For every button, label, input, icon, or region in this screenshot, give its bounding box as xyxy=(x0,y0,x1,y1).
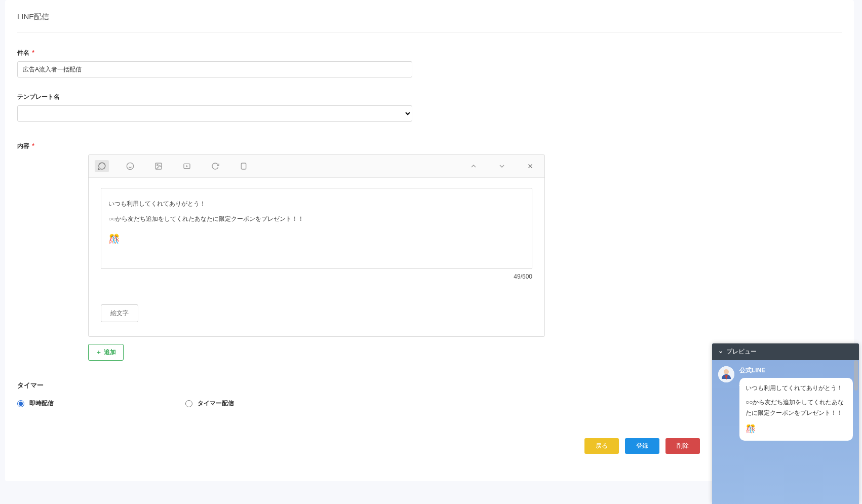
preview-bubble-line-1: いつも利用してくれてありがとう！ xyxy=(746,383,847,393)
timer-radio-scheduled[interactable]: タイマー配信 xyxy=(185,399,234,408)
svg-point-4 xyxy=(157,165,159,166)
close-icon[interactable] xyxy=(523,160,537,172)
preview-title: プレビュー xyxy=(726,347,757,356)
message-emoji: 🎊 xyxy=(108,230,525,248)
svg-point-0 xyxy=(127,163,133,169)
subject-label-text: 件名 xyxy=(17,49,29,56)
toolbar-right xyxy=(466,160,537,172)
subject-label: 件名 * xyxy=(17,49,842,57)
chevron-up-icon[interactable] xyxy=(466,160,481,172)
text-message-icon[interactable] xyxy=(95,160,109,172)
timer-radio-immediate-label: 即時配信 xyxy=(29,399,54,408)
editor-toolbar xyxy=(89,155,544,177)
preview-sender-col: 公式LINE いつも利用してくれてありがとう！ ○○から友だち追加をしてくれたあ… xyxy=(739,366,853,441)
preview-bubble: いつも利用してくれてありがとう！ ○○から友だち追加をしてくれたあなたに限定クー… xyxy=(739,378,853,441)
preview-message-row: 公式LINE いつも利用してくれてありがとう！ ○○から友だち追加をしてくれたあ… xyxy=(718,366,853,441)
svg-point-11 xyxy=(724,369,729,374)
register-button[interactable]: 登録 xyxy=(625,438,659,454)
back-button[interactable]: 戻る xyxy=(584,438,619,454)
preview-body: 公式LINE いつも利用してくれてありがとう！ ○○から友だち追加をしてくれたあ… xyxy=(712,360,859,504)
char-count: 49/500 xyxy=(101,273,532,280)
avatar xyxy=(718,366,734,382)
timer-radio-scheduled-input[interactable] xyxy=(185,400,192,407)
content-required-mark: * xyxy=(32,142,34,149)
add-button-label: 追加 xyxy=(104,348,116,357)
preview-header[interactable]: プレビュー xyxy=(712,343,859,360)
editor-card: いつも利用してくれてありがとう！ ○○から友だち追加をしてくれたあなたに限定クー… xyxy=(88,154,545,337)
preview-bubble-line-2: ○○から友だち追加をしてくれたあなたに限定クーポンをプレゼント！！ xyxy=(746,397,847,418)
timer-radio-immediate[interactable]: 即時配信 xyxy=(17,399,54,408)
card-icon[interactable] xyxy=(237,160,251,172)
message-line-1: いつも利用してくれてありがとう！ xyxy=(108,198,525,210)
plus-icon: ＋ xyxy=(96,348,102,357)
message-line-2: ○○から友だち追加をしてくれたあなたに限定クーポンをプレゼント！！ xyxy=(108,213,525,225)
divider xyxy=(17,32,842,32)
toolbar-left xyxy=(95,160,251,172)
subject-input[interactable] xyxy=(17,61,412,77)
preview-bubble-emoji: 🎊 xyxy=(746,424,756,433)
editor-body: いつも利用してくれてありがとう！ ○○から友だち追加をしてくれたあなたに限定クー… xyxy=(89,177,544,336)
content-row: 内容 * xyxy=(17,142,842,361)
content-label: 内容 * xyxy=(17,142,842,150)
subject-row: 件名 * xyxy=(17,49,842,77)
template-select[interactable] xyxy=(17,105,412,122)
template-row: テンプレート名 xyxy=(17,93,842,122)
content-label-text: 内容 xyxy=(17,142,29,149)
preview-sender-name: 公式LINE xyxy=(739,366,853,375)
page-title: LINE配信 xyxy=(17,12,842,22)
subject-required-mark: * xyxy=(32,49,34,56)
timer-radio-immediate-input[interactable] xyxy=(17,400,24,407)
svg-marker-6 xyxy=(186,165,188,167)
content-block-wrap: いつも利用してくれてありがとう！ ○○から友だち追加をしてくれたあなたに限定クー… xyxy=(88,154,842,337)
reload-icon[interactable] xyxy=(208,160,222,172)
message-textarea[interactable]: いつも利用してくれてありがとう！ ○○から友だち追加をしてくれたあなたに限定クー… xyxy=(101,188,532,269)
add-button[interactable]: ＋ 追加 xyxy=(88,344,124,361)
svg-rect-7 xyxy=(241,163,246,169)
delete-button[interactable]: 削除 xyxy=(665,438,700,454)
video-icon[interactable] xyxy=(180,160,194,172)
template-label: テンプレート名 xyxy=(17,93,842,101)
preview-panel: プレビュー 公式LINE いつも利用してくれてありがとう！ ○○から友だち追加を… xyxy=(712,343,859,504)
chevron-down-icon xyxy=(718,350,723,355)
chevron-down-icon[interactable] xyxy=(495,160,509,172)
preview-scrollbar[interactable] xyxy=(854,360,858,391)
emoji-button[interactable]: 絵文字 xyxy=(101,304,138,322)
timer-radio-scheduled-label: タイマー配信 xyxy=(198,399,234,408)
image-icon[interactable] xyxy=(151,160,166,172)
smiley-icon[interactable] xyxy=(123,160,137,172)
